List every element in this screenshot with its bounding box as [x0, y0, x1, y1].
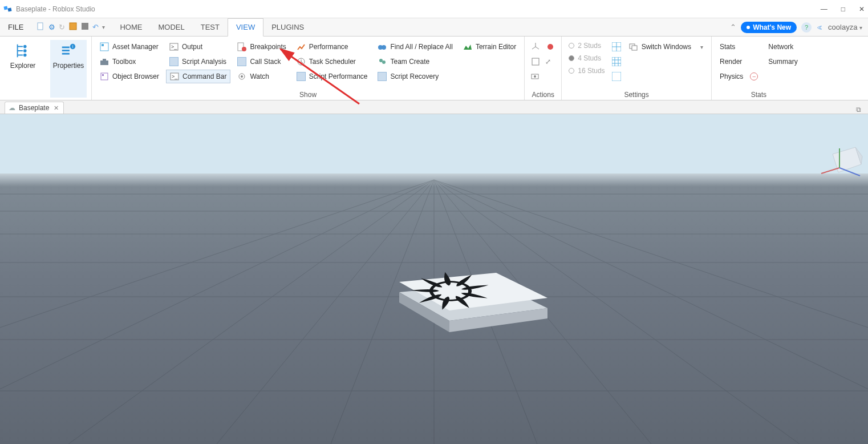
call-stack-button[interactable]: Call Stack: [234, 55, 289, 68]
whats-new-button[interactable]: What's New: [741, 22, 797, 33]
breakpoints-icon: [237, 42, 246, 51]
help-icon[interactable]: ?: [801, 22, 812, 33]
new-icon[interactable]: [36, 22, 45, 33]
action-btn-2[interactable]: [544, 40, 557, 54]
window-title: Baseplate - Roblox Studio: [16, 5, 821, 13]
terrain-editor-button[interactable]: Terrain Editor: [460, 40, 520, 54]
script-recovery-icon: [378, 72, 387, 81]
task-scheduler-button[interactable]: Task Scheduler: [293, 55, 371, 68]
script-analysis-icon: [169, 57, 179, 66]
svg-point-35: [534, 75, 536, 78]
undo-icon[interactable]: ↶: [92, 23, 99, 31]
properties-icon: i: [60, 42, 77, 59]
tab-plugins[interactable]: PLUGINS: [263, 18, 312, 37]
svg-point-30: [379, 59, 383, 62]
grid-icon-1[interactable]: [611, 40, 622, 54]
properties-button[interactable]: i Properties: [50, 40, 87, 98]
tab-model[interactable]: MODEL: [150, 18, 192, 37]
settings-group-label: Settings: [624, 90, 648, 99]
watch-button[interactable]: Watch: [234, 70, 289, 83]
view-cube[interactable]: [821, 147, 862, 176]
network-button[interactable]: Network: [765, 40, 801, 54]
team-create-button[interactable]: Team Create: [374, 55, 456, 68]
svg-rect-40: [632, 46, 637, 50]
svg-line-48: [821, 168, 839, 173]
camera-icon: [530, 71, 541, 82]
physics-button[interactable]: Physics−: [716, 70, 761, 83]
chevron-down-icon: ▾: [700, 44, 703, 50]
tab-view[interactable]: VIEW: [228, 18, 263, 37]
share-icon[interactable]: ⪡: [816, 23, 824, 31]
summary-button[interactable]: Summary: [765, 55, 801, 68]
titlebar: Baseplate - Roblox Studio — □ ✕: [0, 0, 868, 18]
save-icon[interactable]: [68, 22, 78, 33]
script-analysis-button[interactable]: Script Analysis: [166, 55, 230, 68]
stats-group-label: Stats: [751, 90, 766, 99]
grid-icon-3[interactable]: [611, 70, 622, 83]
explorer-button[interactable]: Explorer: [5, 40, 41, 98]
toolbox-button[interactable]: Toolbox: [96, 55, 163, 68]
popout-icon[interactable]: ⧉: [853, 106, 865, 114]
svg-rect-2: [38, 23, 43, 30]
redo-icon[interactable]: ↻: [59, 23, 65, 31]
output-button[interactable]: >_Output: [166, 40, 230, 54]
svg-point-31: [382, 60, 386, 64]
svg-point-29: [382, 45, 386, 50]
close-tab-icon[interactable]: ✕: [54, 104, 59, 112]
collapse-ribbon-icon[interactable]: ⌃: [730, 23, 736, 31]
app-icon: [3, 5, 13, 14]
close-button[interactable]: ✕: [859, 5, 865, 13]
script-performance-button[interactable]: Script Performance: [293, 70, 371, 83]
show-group-label: Show: [299, 90, 317, 99]
svg-text:>_: >_: [172, 74, 178, 79]
svg-point-6: [23, 49, 27, 53]
minimize-button[interactable]: —: [821, 5, 828, 13]
file-menu[interactable]: FILE: [0, 18, 31, 37]
script-recovery-button[interactable]: Script Recovery: [374, 70, 456, 83]
action-btn-1[interactable]: [529, 40, 542, 54]
username-label[interactable]: coolayza ▾: [828, 23, 862, 31]
stats-button[interactable]: Stats: [716, 40, 761, 54]
svg-rect-3: [70, 23, 76, 30]
svg-text:>_: >_: [171, 44, 177, 50]
svg-point-7: [23, 54, 27, 57]
gizmo-icon: [530, 56, 541, 67]
document-tab-label: Baseplate: [19, 104, 49, 112]
output-icon: >_: [169, 42, 179, 51]
svg-rect-0: [3, 6, 7, 10]
action-btn-5[interactable]: [529, 70, 542, 83]
svg-rect-18: [102, 74, 104, 76]
tab-test[interactable]: TEST: [193, 18, 228, 37]
action-btn-3[interactable]: [529, 55, 542, 68]
viewport-3d[interactable]: [0, 114, 868, 444]
stop-icon[interactable]: [81, 22, 89, 32]
performance-button[interactable]: Performance: [293, 40, 371, 54]
menu-row: FILE ⚙ ↻ ↶ ▾ HOME MODEL TEST VIEW PLUGIN…: [0, 18, 868, 37]
action-btn-4[interactable]: ⤢: [544, 55, 552, 68]
actions-group-label: Actions: [532, 90, 554, 99]
command-bar-button[interactable]: >_Command Bar: [166, 70, 230, 83]
find-all-button[interactable]: Find All / Replace All: [374, 40, 456, 54]
svg-point-5: [23, 45, 27, 49]
open-icon[interactable]: ⚙: [48, 23, 55, 31]
render-button[interactable]: Render: [716, 55, 761, 68]
explorer-icon: [14, 42, 31, 59]
object-browser-button[interactable]: Object Browser: [96, 70, 163, 83]
grid-4-studs[interactable]: 4 Studs: [566, 53, 607, 64]
terrain-editor-icon: [463, 42, 472, 51]
qat-dropdown-icon[interactable]: ▾: [102, 24, 105, 30]
document-tab[interactable]: ☁ Baseplate ✕: [5, 102, 64, 114]
switch-windows-button[interactable]: Switch Windows▾: [626, 40, 707, 54]
script-performance-icon: [297, 72, 306, 81]
maximize-button[interactable]: □: [841, 5, 845, 13]
tab-home[interactable]: HOME: [112, 18, 150, 37]
watch-icon: [237, 72, 246, 81]
cloud-icon: ☁: [9, 104, 15, 112]
breakpoints-button[interactable]: Breakpoints: [234, 40, 289, 54]
svg-rect-33: [532, 58, 539, 65]
grid-icon-2[interactable]: [611, 55, 622, 68]
asset-manager-button[interactable]: Asset Manager: [96, 40, 163, 54]
team-create-icon: [378, 57, 387, 66]
grid-2-studs[interactable]: 2 Studs: [566, 40, 607, 51]
grid-16-studs[interactable]: 16 Studs: [566, 65, 607, 76]
